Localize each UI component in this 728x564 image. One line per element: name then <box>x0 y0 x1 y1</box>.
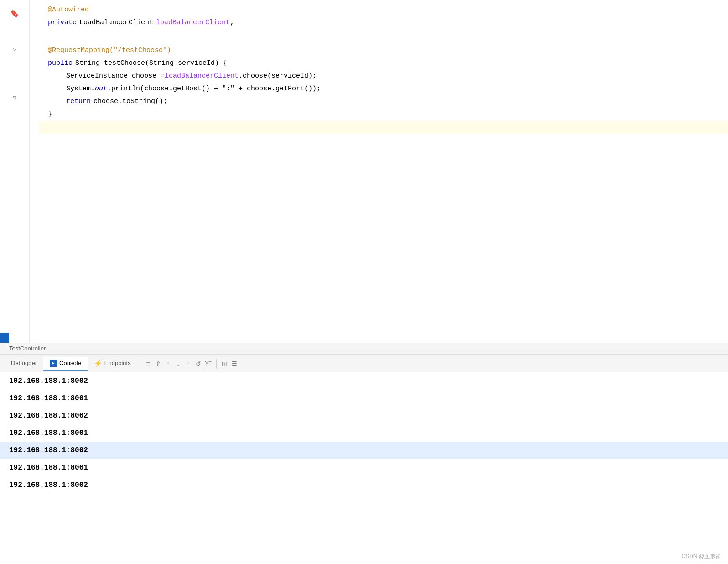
code-content: @Autowired private LoadBalancerClient lo… <box>30 0 728 343</box>
code-line: return choose.toString(); <box>39 95 728 108</box>
toolbar-list-btn[interactable]: ☰ <box>229 359 239 369</box>
code-token: out <box>95 83 107 95</box>
code-token: choose.toString(); <box>94 96 167 108</box>
code-token: LoadBalancerClient <box>79 17 153 29</box>
code-line: } <box>39 108 728 121</box>
console-line: 192.168.188.1:8002 <box>0 476 728 494</box>
console-line: 192.168.188.1:8002 <box>0 372 728 390</box>
toolbar-refresh-btn[interactable]: ↺ <box>193 359 203 369</box>
svg-marker-0 <box>52 362 55 365</box>
code-token: String testChoose(String serviceId) { <box>75 57 227 69</box>
code-line-blank <box>39 134 728 146</box>
tab-debugger-label: Debugger <box>11 360 37 366</box>
toolbar-divider-2 <box>216 359 217 368</box>
code-token: .choose(serviceId); <box>239 70 317 82</box>
watermark: CSDN @互弟祥 <box>681 553 721 560</box>
cursor-indicator <box>0 333 9 343</box>
code-token: ; <box>230 17 234 29</box>
console-line: 192.168.188.1:8001 <box>0 390 728 407</box>
code-line: @RequestMapping("/testChoose") <box>39 44 728 57</box>
toolbar-up-btn[interactable]: ↑ <box>163 359 173 369</box>
toolbar-grid-btn[interactable]: ⊞ <box>219 359 229 369</box>
code-line-cursor <box>39 121 728 134</box>
left-gutter: 🔖 ▽ ▽ <box>0 0 30 343</box>
collapse-arrow-2[interactable]: ▽ <box>13 94 16 101</box>
code-line: public String testChoose(String serviceI… <box>39 57 728 70</box>
separator <box>39 42 728 42</box>
tab-endpoints[interactable]: ⚡ Endpoints <box>88 356 137 371</box>
console-line-selected: 192.168.188.1:8002 <box>0 442 728 459</box>
code-token: return <box>66 96 91 108</box>
tab-console-label: Console <box>59 360 81 366</box>
console-text: 192.168.188.1:8001 <box>9 429 88 437</box>
toolbar-divider <box>140 359 140 368</box>
toolbar-menu-btn[interactable]: ≡ <box>143 359 153 369</box>
class-name-label: TestController <box>9 345 46 352</box>
code-token: .println(choose.getHost() + ":" + choose… <box>107 83 321 95</box>
code-token: private <box>48 17 77 29</box>
code-token: loadBalancerClient <box>165 70 239 82</box>
console-text: 192.168.188.1:8002 <box>9 446 88 454</box>
bottom-panel: Debugger Console ⚡ Endpoints ≡ ⇧ ↑ ↓ ↑ <box>0 354 728 564</box>
code-token: ServiceInstance choose = <box>66 70 165 82</box>
bottom-tabs-bar: Debugger Console ⚡ Endpoints ≡ ⇧ ↑ ↓ ↑ <box>0 355 728 372</box>
code-line: System. out .println(choose.getHost() + … <box>39 83 728 95</box>
tab-debugger[interactable]: Debugger <box>5 357 43 370</box>
status-bar: TestController <box>0 343 728 354</box>
console-text: 192.168.188.1:8001 <box>9 464 88 472</box>
toolbar-scroll-top-btn[interactable]: ⇧ <box>153 359 163 369</box>
code-token: loadBalancerClient <box>156 17 230 29</box>
toolbar-up2-btn[interactable]: ↑ <box>183 359 193 369</box>
main-container: 🔖 ▽ ▽ @Autowired private LoadBalancerCli… <box>0 0 728 564</box>
toolbar-filter-btn[interactable]: YT <box>203 359 213 369</box>
code-line-blank <box>39 146 728 159</box>
code-token: public <box>48 57 73 69</box>
tab-console[interactable]: Console <box>43 357 88 371</box>
collapse-arrow-1[interactable]: ▽ <box>13 46 16 53</box>
console-text: 192.168.188.1:8002 <box>9 377 88 385</box>
console-line: 192.168.188.1:8001 <box>0 424 728 442</box>
code-token: @Autowired <box>48 4 89 16</box>
editor-area: 🔖 ▽ ▽ @Autowired private LoadBalancerCli… <box>0 0 728 343</box>
code-token: System. <box>66 83 95 95</box>
console-icon <box>50 360 57 367</box>
console-line: 192.168.188.1:8001 <box>0 459 728 476</box>
code-panel: 🔖 ▽ ▽ @Autowired private LoadBalancerCli… <box>0 0 728 343</box>
console-text: 192.168.188.1:8002 <box>9 481 88 489</box>
tab-endpoints-label: Endpoints <box>104 360 131 366</box>
console-line: 192.168.188.1:8002 <box>0 407 728 424</box>
console-text: 192.168.188.1:8002 <box>9 412 88 420</box>
code-line: private LoadBalancerClient loadBalancerC… <box>39 16 728 29</box>
toolbar-down-btn[interactable]: ↓ <box>173 359 183 369</box>
code-line: @Autowired <box>39 4 728 16</box>
bookmark-icon-1: 🔖 <box>10 9 19 18</box>
console-text: 192.168.188.1:8001 <box>9 394 88 402</box>
console-output: 192.168.188.1:8002 192.168.188.1:8001 19… <box>0 372 728 564</box>
code-token: } <box>48 109 52 120</box>
endpoints-icon: ⚡ <box>94 359 103 367</box>
code-line-blank <box>39 29 728 42</box>
code-line: ServiceInstance choose = loadBalancerCli… <box>39 70 728 83</box>
code-token: @RequestMapping("/testChoose") <box>48 45 171 57</box>
